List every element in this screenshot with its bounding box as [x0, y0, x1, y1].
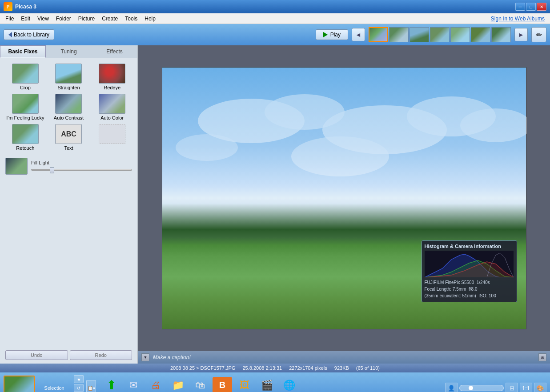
histogram-chart [425, 251, 514, 277]
menu-help[interactable]: Help [141, 15, 159, 23]
play-button[interactable]: Play [316, 29, 348, 40]
export-button[interactable]: 📁 Export [168, 377, 188, 392]
filmstrip-thumb-3[interactable] [409, 27, 429, 42]
face-tag-button[interactable]: 👤 [445, 383, 458, 392]
filmstrip-thumb-6[interactable] [471, 27, 490, 42]
text-thumbnail: ABC [55, 124, 82, 144]
fill-light-slider-row [31, 167, 132, 172]
text-label: Text [64, 145, 73, 151]
autocontrast-label: Auto Contrast [54, 115, 84, 120]
histogram-panel: Histogram & Camera Information [422, 240, 517, 302]
caption-text[interactable]: Make a caption! [149, 354, 538, 360]
file-date: 25.8.2008 2:13:31 [242, 365, 282, 371]
filmstrip-thumb-7[interactable] [491, 27, 511, 42]
straighten-label: Straighten [57, 85, 80, 90]
filmstrip-thumb-5[interactable] [450, 27, 470, 42]
play-label: Play [330, 32, 341, 38]
expand-button[interactable]: ⊞ [538, 353, 546, 361]
sign-in-link[interactable]: Sign In to Web Albums [491, 16, 548, 22]
nav-previous-button[interactable]: ◄ [352, 28, 365, 41]
statusbar: 2008 08 25 > DSCF1577.JPG 25.8.2008 2:13… [0, 364, 550, 372]
more-button[interactable]: 📋▾ [86, 380, 96, 392]
edit-tabs: Basic Fixes Tuning Effects [0, 45, 137, 58]
quick-action-icons: ★ ↺ ↻ [74, 375, 84, 392]
bottombar: Selection ★ ↺ ↻ 📋▾ ⬆ Upload ✉ Email 🖨 Pr… [0, 372, 550, 392]
collage-button[interactable]: 🖼 Collage [235, 377, 254, 392]
tool-straighten[interactable]: Straighten [49, 64, 89, 90]
menu-edit[interactable]: Edit [17, 15, 34, 23]
fill-light-section: Fill Light [0, 156, 137, 180]
histogram-svg [425, 251, 514, 277]
zoom-thumb [469, 386, 473, 390]
crop-label: Crop [20, 85, 31, 90]
menu-file[interactable]: File [2, 15, 17, 23]
titlebar: P Picasa 3 ─ □ ✕ [0, 0, 550, 13]
main-photo: Histogram & Camera Information [162, 67, 526, 329]
tab-effects[interactable]: Effects [92, 45, 137, 58]
fit-button[interactable]: 1:1 [520, 383, 532, 392]
tool-feeling-lucky[interactable]: I'm Feeling Lucky [5, 94, 45, 120]
tool-auto-contrast[interactable]: Auto Contrast [49, 94, 89, 120]
tool-crop[interactable]: Crop [5, 64, 45, 90]
tab-basic-fixes[interactable]: Basic Fixes [0, 45, 46, 58]
histogram-info: FUJIFILM FinePix S5500 1/240s Focal Leng… [425, 279, 514, 299]
app-icon: P [4, 2, 12, 11]
menu-folder[interactable]: Folder [52, 15, 75, 23]
nav-next-button[interactable]: ► [514, 28, 528, 41]
iso: ISO: 100 [478, 293, 496, 298]
close-button[interactable]: ✕ [537, 3, 546, 11]
blog-button[interactable]: B BlogThis! [213, 377, 232, 392]
upload-button[interactable]: ⬆ Upload [101, 377, 121, 392]
menu-picture[interactable]: Picture [75, 15, 98, 23]
tool-placeholder [92, 124, 132, 151]
rotate-ccw-button[interactable]: ↺ [74, 384, 84, 392]
color-button[interactable]: 🎨 [534, 383, 546, 392]
tool-retouch[interactable]: Retouch [5, 124, 45, 151]
fill-light-label: Fill Light [31, 160, 132, 165]
menu-view[interactable]: View [34, 15, 52, 23]
filmstrip-thumb-2[interactable] [389, 27, 409, 42]
back-label: Back to Library [14, 32, 49, 38]
svg-point-6 [291, 136, 389, 176]
filmstrip-thumb-4[interactable] [430, 27, 450, 42]
maximize-button[interactable]: □ [526, 3, 536, 11]
tab-tuning[interactable]: Tuning [46, 45, 92, 58]
menu-tools[interactable]: Tools [121, 15, 141, 23]
star-button[interactable]: ★ [74, 375, 84, 383]
camera-model: FUJIFILM FinePix S5500 [425, 280, 474, 285]
tool-auto-color[interactable]: Auto Color [92, 94, 132, 120]
zoom-slider[interactable] [459, 385, 504, 391]
print-button[interactable]: 🖨 Print [146, 377, 165, 392]
aperture: f/8.0 [469, 287, 477, 292]
grid-view-button[interactable]: ⊞ [506, 383, 518, 392]
slider-thumb [50, 167, 54, 173]
back-to-library-button[interactable]: Back to Library [4, 29, 54, 40]
email-button[interactable]: ✉ Email [124, 377, 143, 392]
filmstrip-thumb-1[interactable] [369, 27, 388, 42]
file-size: 923KB [334, 365, 349, 371]
shop-button[interactable]: 🛍 Shop [190, 377, 210, 392]
caption-collapse-button[interactable]: ▼ [141, 353, 149, 361]
print-icon: 🖨 [146, 377, 165, 392]
minimize-button[interactable]: ─ [515, 3, 525, 11]
caption-bar: ▼ Make a caption! ⊞ [138, 351, 550, 364]
bottom-right-tools: 👤 ⊞ 1:1 🎨 [445, 383, 546, 392]
svg-point-5 [176, 134, 238, 161]
autocolor-label: Auto Color [100, 115, 124, 120]
tool-text[interactable]: ABC Text [49, 124, 89, 151]
straighten-thumbnail [55, 64, 82, 84]
tool-redeye[interactable]: Redeye [92, 64, 132, 90]
fill-light-slider[interactable] [31, 169, 132, 171]
undo-button[interactable]: Undo [5, 350, 68, 360]
focal-equiv: (35mm equivalent: 51mm) [425, 293, 476, 298]
undo-redo-row: Undo Redo [5, 350, 132, 360]
left-panel: Basic Fixes Tuning Effects Crop Straight… [0, 45, 138, 364]
retouch-thumbnail [12, 124, 39, 144]
histogram-title: Histogram & Camera Information [425, 244, 514, 249]
redo-button[interactable]: Redo [70, 350, 132, 360]
geotag-button[interactable]: 🌐 Geo-Tag [279, 377, 299, 392]
geotag-icon: 🌐 [279, 377, 299, 392]
edit-tools-button[interactable]: ✏ [531, 27, 546, 42]
movie-button[interactable]: 🎬 Movie [257, 377, 277, 392]
menu-create[interactable]: Create [98, 15, 121, 23]
